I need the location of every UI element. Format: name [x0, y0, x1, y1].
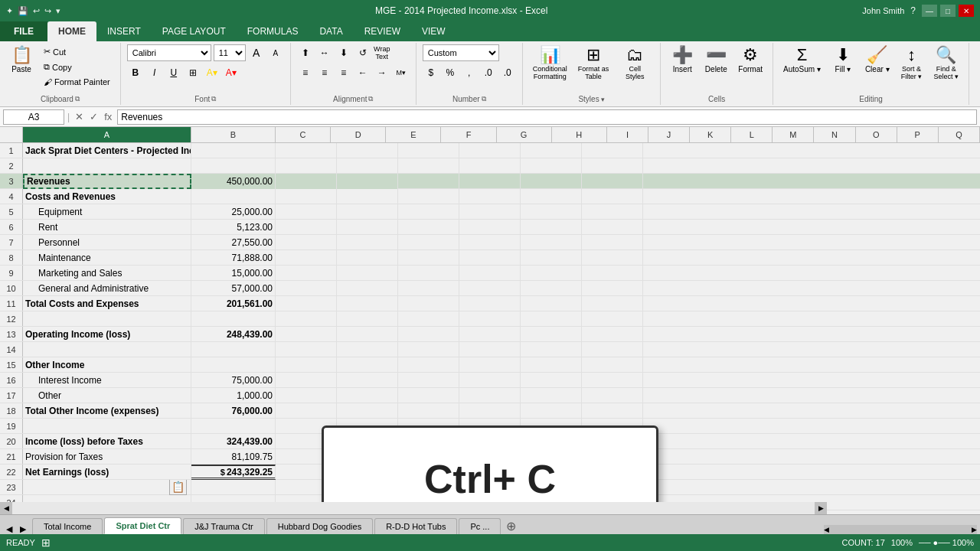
cell-d11[interactable] — [337, 296, 398, 311]
scroll-right-button[interactable]: ▶ — [815, 502, 827, 514]
cell-f5[interactable] — [459, 204, 521, 220]
cell-b21[interactable]: 81,109.75 — [191, 449, 276, 465]
col-header-a[interactable]: A — [23, 127, 191, 142]
cell-b7[interactable]: 27,550.00 — [191, 235, 276, 250]
clear-button[interactable]: 🧹 Clear ▾ — [861, 44, 893, 76]
italic-button[interactable]: I — [146, 64, 163, 81]
styles-expand-icon[interactable]: ▾ — [601, 96, 605, 103]
tab-file[interactable]: FILE — [0, 21, 47, 41]
cell-f2[interactable] — [459, 158, 521, 174]
row-num-12[interactable]: 12 — [0, 311, 23, 326]
row-num-23[interactable]: 23 — [0, 480, 23, 494]
scroll-sheets-left[interactable]: ◀ — [3, 524, 15, 534]
insert-button[interactable]: ➕ Insert — [667, 44, 697, 76]
cell-h12[interactable] — [582, 311, 643, 327]
redo-icon[interactable]: ↪ — [44, 6, 51, 16]
cell-a4[interactable]: Costs and Revenues — [23, 189, 191, 204]
sheet-h-scroll[interactable]: ◀ ▶ — [824, 525, 977, 534]
cell-e8[interactable] — [398, 250, 459, 266]
cell-c3[interactable] — [276, 174, 337, 189]
col-header-m[interactable]: M — [773, 127, 814, 142]
cell-b14[interactable] — [191, 342, 276, 357]
indent-decrease-button[interactable]: ← — [354, 64, 371, 81]
col-header-j[interactable]: J — [648, 127, 690, 142]
cell-c11[interactable] — [276, 296, 337, 311]
cell-d7[interactable] — [337, 235, 398, 250]
cell-a17[interactable]: Other — [23, 388, 191, 403]
cell-h17[interactable] — [582, 388, 643, 403]
copy-button[interactable]: ⧉ Copy — [40, 60, 114, 74]
cell-b1[interactable] — [191, 143, 276, 158]
paste-button[interactable]: 📋 Paste — [6, 44, 37, 76]
cell-d10[interactable] — [337, 281, 398, 296]
cell-g12[interactable] — [521, 311, 582, 327]
row-num-19[interactable]: 19 — [0, 419, 23, 433]
cell-d5[interactable] — [337, 204, 398, 220]
cell-h13[interactable] — [582, 327, 643, 342]
cell-e15[interactable] — [398, 357, 459, 373]
row-num-3[interactable]: 3 — [0, 174, 23, 188]
cell-g2[interactable] — [521, 158, 582, 174]
tab-home[interactable]: HOME — [47, 21, 96, 41]
sheet-scroll-right[interactable]: ▶ — [972, 526, 977, 533]
cell-c8[interactable] — [276, 250, 337, 266]
cell-d1[interactable] — [337, 143, 398, 158]
save-icon[interactable]: 💾 — [18, 6, 28, 16]
scroll-left-button[interactable]: ◀ — [0, 502, 12, 514]
cell-e12[interactable] — [398, 311, 459, 327]
text-direction-button[interactable]: ↺ — [354, 44, 371, 61]
cell-b19[interactable] — [191, 419, 276, 434]
undo-icon[interactable]: ↩ — [33, 6, 40, 16]
col-header-n[interactable]: N — [814, 127, 855, 142]
cell-f11[interactable] — [459, 296, 521, 311]
cell-e16[interactable] — [398, 373, 459, 388]
cell-g5[interactable] — [521, 204, 582, 220]
sheet-tab-hubbard-dog[interactable]: Hubbard Dog Goodies — [266, 518, 373, 534]
cell-c12[interactable] — [276, 311, 337, 327]
cell-b22[interactable]: $243,329.25 — [191, 465, 276, 480]
cell-a12[interactable] — [23, 311, 191, 327]
cell-d16[interactable] — [337, 373, 398, 388]
row-num-6[interactable]: 6 — [0, 220, 23, 234]
tab-view[interactable]: VIEW — [411, 21, 456, 41]
tab-data[interactable]: DATA — [309, 21, 353, 41]
minimize-button[interactable]: — — [922, 5, 937, 17]
cell-b10[interactable]: 57,000.00 — [191, 281, 276, 296]
cell-b13[interactable]: 248,439.00 — [191, 327, 276, 342]
restore-button[interactable]: □ — [940, 5, 956, 17]
col-header-b[interactable]: B — [191, 127, 276, 142]
underline-button[interactable]: U — [165, 64, 182, 81]
cell-a18[interactable]: Total Other Income (expenses) — [23, 403, 191, 419]
cell-e7[interactable] — [398, 235, 459, 250]
row-num-2[interactable]: 2 — [0, 158, 23, 173]
cell-f13[interactable] — [459, 327, 521, 342]
cell-a3[interactable]: Revenues — [23, 174, 191, 189]
col-header-f[interactable]: F — [441, 127, 496, 142]
cell-a20[interactable]: Income (loss) before Taxes — [23, 434, 191, 449]
number-format-select[interactable]: Custom — [423, 44, 499, 61]
cell-e9[interactable] — [398, 266, 459, 281]
paste-options-icon[interactable]: 📋 — [169, 480, 187, 495]
cell-d3[interactable] — [337, 174, 398, 189]
tab-review[interactable]: REVIEW — [354, 21, 411, 41]
cell-f4[interactable] — [459, 189, 521, 204]
sheet-tab-rdd-hot-tubs[interactable]: R-D-D Hot Tubs — [374, 518, 457, 534]
number-expand-icon[interactable]: ⧉ — [482, 95, 486, 103]
cell-a14[interactable] — [23, 342, 191, 357]
font-size-select[interactable]: 11 — [214, 44, 246, 61]
cell-h18[interactable] — [582, 403, 643, 419]
formula-input[interactable] — [117, 109, 977, 125]
cell-g15[interactable] — [521, 357, 582, 373]
cell-b9[interactable]: 15,000.00 — [191, 266, 276, 281]
font-expand-icon[interactable]: ⧉ — [211, 95, 216, 103]
row-num-5[interactable]: 5 — [0, 204, 23, 219]
add-sheet-button[interactable]: ⊕ — [502, 517, 519, 534]
decimal-increase-button[interactable]: .0 — [480, 64, 497, 81]
cell-b12[interactable] — [191, 311, 276, 327]
cell-f14[interactable] — [459, 342, 521, 357]
cell-g17[interactable] — [521, 388, 582, 403]
cell-g13[interactable] — [521, 327, 582, 342]
cell-h6[interactable] — [582, 220, 643, 235]
cell-e3[interactable] — [398, 174, 459, 189]
align-center-button[interactable]: ≡ — [316, 64, 333, 81]
